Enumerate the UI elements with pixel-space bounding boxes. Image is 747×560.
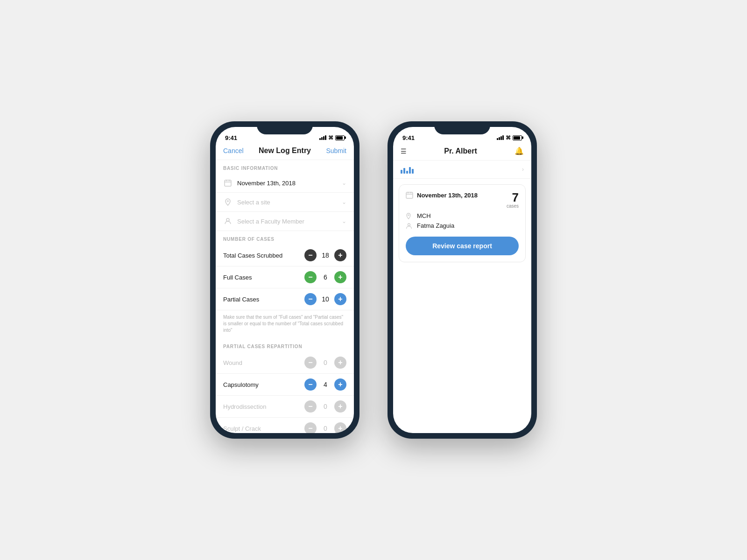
card-cases-count: 7 cases: [507, 191, 519, 209]
faculty-row[interactable]: Select a Faculty Member ⌄: [216, 212, 354, 231]
status-icons-left: ⌘: [319, 135, 345, 141]
wifi-icon: ⌘: [328, 135, 333, 141]
hydrodissection-increment[interactable]: +: [334, 400, 346, 413]
submit-button[interactable]: Submit: [326, 147, 346, 154]
date-value: November 13th, 2018: [237, 180, 337, 187]
sculpt-crack-value: 0: [321, 425, 330, 432]
site-placeholder: Select a site: [237, 199, 337, 206]
full-cases-controls: − 6 +: [304, 271, 346, 283]
hint-text: Make sure that the sum of "Full cases" a…: [216, 310, 354, 338]
chart-row[interactable]: ›: [393, 161, 531, 179]
capsulotomy-label: Capsulotomy: [223, 381, 304, 388]
calendar-icon: [223, 178, 233, 188]
chevron-right-icon: ›: [522, 166, 524, 173]
capsulotomy-value: 4: [321, 381, 330, 388]
svg-point-4: [227, 201, 229, 202]
chevron-down-icon: ⌄: [342, 180, 346, 186]
full-cases-label: Full Cases: [223, 274, 304, 281]
full-cases-value: 6: [321, 273, 330, 281]
case-card: November 13th, 2018 7 cases: [399, 184, 526, 262]
bell-icon[interactable]: 🔔: [514, 147, 524, 155]
nav-bar-left: Cancel New Log Entry Submit: [216, 144, 354, 160]
right-phone-screen: 9:41 ⌘ ☰ Pr. Albert 🔔: [393, 127, 531, 433]
card-faculty-row: Fatma Zaguia: [406, 222, 519, 229]
time-right: 9:41: [402, 134, 415, 141]
card-calendar-icon: [406, 191, 413, 199]
right-phone: 9:41 ⌘ ☰ Pr. Albert 🔔: [388, 121, 537, 439]
notch: [257, 121, 313, 134]
wound-controls: − 0 +: [304, 357, 346, 369]
sculpt-crack-increment[interactable]: +: [334, 422, 346, 433]
status-icons-right: ⌘: [497, 135, 522, 141]
left-phone: 9:41 ⌘ Cancel New Log Entry Submit: [210, 121, 359, 439]
wifi-icon-right: ⌘: [506, 135, 511, 141]
nav-bar-right: ☰ Pr. Albert 🔔: [393, 144, 531, 161]
cancel-button[interactable]: Cancel: [223, 147, 244, 154]
svg-rect-6: [406, 192, 413, 198]
total-cases-value: 18: [321, 252, 330, 259]
section-basic-info: BASIC INFORMATION: [216, 160, 354, 174]
total-cases-label: Total Cases Scrubbed: [223, 252, 304, 259]
right-screen-content: ☰ Pr. Albert 🔔 ›: [393, 144, 531, 433]
total-cases-controls: − 18 +: [304, 249, 346, 261]
hydrodissection-decrement[interactable]: −: [304, 400, 317, 413]
capsulotomy-decrement[interactable]: −: [304, 378, 317, 391]
full-cases-increment[interactable]: +: [334, 271, 346, 283]
notch-right: [434, 121, 490, 134]
wound-increment[interactable]: +: [334, 357, 346, 369]
signal-icon: [319, 135, 326, 140]
left-screen-content: Cancel New Log Entry Submit BASIC INFORM…: [216, 144, 354, 433]
partial-cases-increment[interactable]: +: [334, 293, 346, 305]
time-left: 9:41: [225, 134, 237, 141]
card-person-icon: [406, 223, 413, 229]
partial-cases-label: Partial Cases: [223, 296, 304, 303]
battery-icon: [335, 135, 345, 140]
wound-decrement[interactable]: −: [304, 357, 317, 369]
partial-cases-controls: − 10 +: [304, 293, 346, 305]
person-icon: [223, 217, 233, 226]
site-row[interactable]: Select a site ⌄: [216, 193, 354, 212]
card-cases-number: 7: [507, 191, 519, 203]
location-icon: [223, 197, 233, 207]
counter-wound: Wound − 0 +: [216, 352, 354, 374]
battery-icon-right: [513, 135, 522, 140]
card-cases-label: cases: [507, 203, 519, 209]
wound-value: 0: [321, 359, 330, 366]
svg-rect-0: [225, 180, 231, 186]
faculty-placeholder: Select a Faculty Member: [237, 218, 337, 225]
page-title-left: New Log Entry: [259, 147, 311, 155]
hydrodissection-value: 0: [321, 403, 330, 410]
signal-icon-right: [497, 135, 504, 140]
counter-capsulotomy: Capsulotomy − 4 +: [216, 374, 354, 396]
capsulotomy-controls: − 4 +: [304, 378, 346, 391]
total-cases-increment[interactable]: +: [334, 249, 346, 261]
partial-cases-decrement[interactable]: −: [304, 293, 317, 305]
card-site-value: MCH: [417, 212, 431, 219]
card-date-left: November 13th, 2018: [406, 191, 478, 199]
counter-sculpt-crack: Sculpt / Crack − 0 +: [216, 418, 354, 433]
card-site-row: MCH: [406, 212, 519, 219]
sculpt-crack-decrement[interactable]: −: [304, 422, 317, 433]
full-cases-decrement[interactable]: −: [304, 271, 317, 283]
section-partial-repartition: PARTIAL CASES REPARTITION: [216, 338, 354, 352]
date-row[interactable]: November 13th, 2018 ⌄: [216, 174, 354, 193]
menu-icon[interactable]: ☰: [401, 147, 407, 155]
left-phone-screen: 9:41 ⌘ Cancel New Log Entry Submit: [216, 127, 354, 433]
card-faculty-value: Fatma Zaguia: [417, 222, 454, 229]
counter-full-cases: Full Cases − 6 +: [216, 266, 354, 288]
sculpt-crack-label: Sculpt / Crack: [223, 425, 304, 432]
svg-point-10: [408, 214, 409, 216]
card-date-row: November 13th, 2018 7 cases: [406, 191, 519, 209]
capsulotomy-increment[interactable]: +: [334, 378, 346, 391]
card-location-icon: [406, 213, 413, 219]
wound-label: Wound: [223, 359, 304, 366]
counter-total-cases: Total Cases Scrubbed − 18 +: [216, 245, 354, 266]
hydrodissection-controls: − 0 +: [304, 400, 346, 413]
svg-point-11: [408, 224, 410, 226]
review-case-report-button[interactable]: Review case report: [406, 237, 519, 255]
page-title-right: Pr. Albert: [444, 147, 477, 155]
counter-hydrodissection: Hydrodissection − 0 +: [216, 396, 354, 418]
card-date-value: November 13th, 2018: [417, 192, 478, 199]
section-number-cases: NUMBER OF CASES: [216, 231, 354, 245]
total-cases-decrement[interactable]: −: [304, 249, 317, 261]
